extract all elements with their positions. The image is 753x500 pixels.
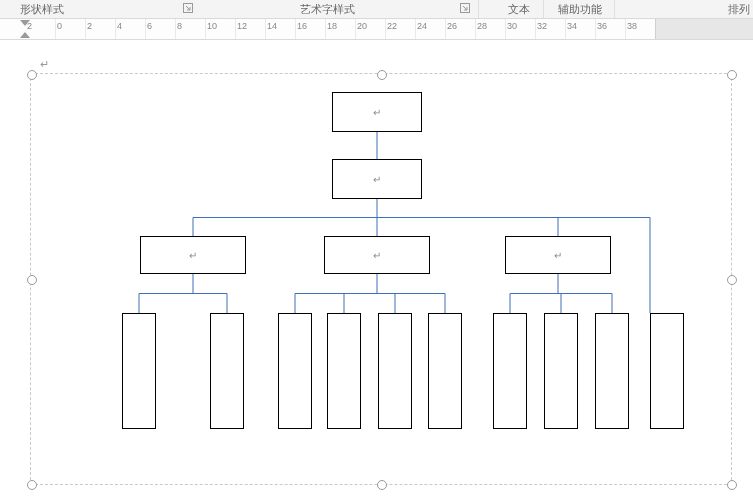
ribbon-group-label: 形状样式 [20,0,64,18]
ruler-number: 6 [147,21,152,31]
ruler-tick: 0 [55,19,86,39]
orgchart-node[interactable] [210,313,244,429]
ribbon-group: 辅助功能 [558,0,602,18]
dialog-launcher-icon[interactable] [460,3,470,13]
horizontal-ruler[interactable]: 2024681012141618202224262830323436384042… [0,18,753,40]
ruler-tick: 30 [505,19,536,39]
ruler-number: 4 [117,21,122,31]
paragraph-mark-icon: ↵ [373,174,381,185]
ruler-tick: 32 [535,19,566,39]
ruler-tick: 20 [355,19,386,39]
orgchart-node[interactable] [544,313,578,429]
ruler-number: 32 [537,21,547,31]
ruler-tick: 6 [145,19,176,39]
drawing-canvas[interactable]: ↵↵↵↵↵ [30,73,732,485]
orgchart-node[interactable] [595,313,629,429]
ruler-tick: 38 [625,19,656,39]
ruler-number: 38 [627,21,637,31]
ruler-number: 28 [477,21,487,31]
ribbon-group: 艺术字样式 [300,0,355,18]
ribbon-separator [614,0,615,18]
ruler-tick: 10 [205,19,236,39]
orgchart-node[interactable] [493,313,527,429]
ruler-number: 2 [87,21,92,31]
paragraph-mark-icon: ↵ [373,107,381,118]
hanging-indent-marker[interactable] [20,32,30,38]
orgchart-node[interactable] [122,313,156,429]
ruler-number: 16 [297,21,307,31]
orgchart-node[interactable] [650,313,684,429]
ruler-number: 18 [327,21,337,31]
first-line-indent-marker[interactable] [20,20,30,26]
ruler-number: 30 [507,21,517,31]
orgchart-node[interactable] [278,313,312,429]
ruler-tick: 28 [475,19,506,39]
selection-handle[interactable] [27,480,37,490]
ruler-number: 20 [357,21,367,31]
ruler-highlight [655,19,753,39]
ribbon-group: 排列 [728,0,750,18]
ruler-number: 10 [207,21,217,31]
ruler-track: 2024681012141618202224262830323436384042… [0,19,753,39]
ruler-tick: 14 [265,19,296,39]
orgchart-node[interactable]: ↵ [332,159,422,199]
orgchart-node[interactable]: ↵ [140,236,246,274]
ribbon-group-label: 排列 [728,0,750,18]
ruler-number: 0 [57,21,62,31]
paragraph-mark-icon: ↵ [554,250,562,261]
ribbon-group-label: 文本 [508,0,530,18]
ruler-number: 12 [237,21,247,31]
ruler-tick: 36 [595,19,626,39]
ribbon-group-strip: 形状样式艺术字样式文本辅助功能排列 [0,0,753,18]
selection-handle[interactable] [727,275,737,285]
ruler-number: 22 [387,21,397,31]
selection-handle[interactable] [377,70,387,80]
ribbon-group: 文本 [508,0,530,18]
orgchart-node[interactable] [327,313,361,429]
ruler-number: 34 [567,21,577,31]
orgchart-node[interactable] [428,313,462,429]
ruler-tick: 12 [235,19,266,39]
ribbon-group-label: 辅助功能 [558,0,602,18]
document-stage[interactable]: ↵↵↵↵↵ ↵ [0,40,753,500]
paragraph-mark-icon: ↵ [189,250,197,261]
selection-handle[interactable] [377,480,387,490]
ribbon-separator [543,0,544,18]
ruler-tick: 16 [295,19,326,39]
ruler-number: 36 [597,21,607,31]
orgchart-node[interactable]: ↵ [505,236,611,274]
dialog-launcher-icon[interactable] [183,3,193,13]
selection-handle[interactable] [727,70,737,80]
ruler-tick: 18 [325,19,356,39]
selection-handle[interactable] [27,70,37,80]
ruler-number: 24 [417,21,427,31]
selection-handle[interactable] [727,480,737,490]
ruler-number: 26 [447,21,457,31]
orgchart-node[interactable]: ↵ [324,236,430,274]
selection-handle[interactable] [27,275,37,285]
paragraph-mark-icon: ↵ [373,250,381,261]
ruler-tick: 4 [115,19,146,39]
orgchart-node[interactable] [378,313,412,429]
ruler-tick: 22 [385,19,416,39]
orgchart-node[interactable]: ↵ [332,92,422,132]
ribbon-group-label: 艺术字样式 [300,0,355,18]
ruler-number: 14 [267,21,277,31]
ruler-tick: 24 [415,19,446,39]
ruler-number: 8 [177,21,182,31]
paragraph-mark-icon: ↵ [40,58,49,71]
ribbon-group: 形状样式 [20,0,64,18]
ruler-tick: 2 [85,19,116,39]
ruler-tick: 26 [445,19,476,39]
ribbon-separator [478,0,479,18]
ruler-tick: 34 [565,19,596,39]
ruler-tick: 8 [175,19,206,39]
